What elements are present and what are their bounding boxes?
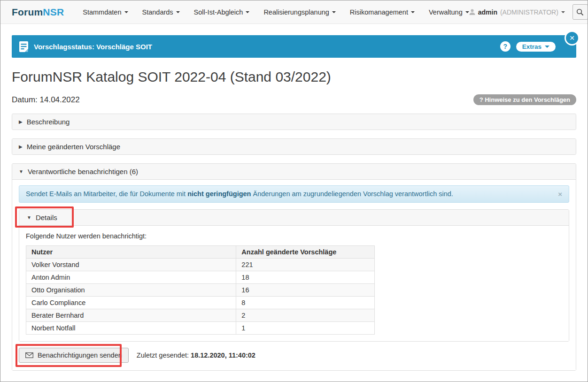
menu-label: Risikomanagement [350,8,408,16]
menu-item-soll-ist-abgleich[interactable]: Soll-Ist-Abgleich [194,8,250,16]
table-intro-text: Folgende Nutzer werden benachrichtigt: [26,232,562,240]
menu-item-risikomanagement[interactable]: Risikomanagement [350,8,415,16]
table-header-row: Nutzer Anzahl geänderte Vorschläge [26,246,375,259]
send-button-label: Benachrichtigungen senden [38,351,122,359]
details-panel-body: Folgende Nutzer werden benachrichtigt: N… [19,225,569,341]
table-row: Otto Organisation 16 [26,284,375,297]
search-button[interactable] [573,4,588,20]
panel-meine-vorschlaege-header[interactable]: ▶ Meine geänderten Vorschläge [12,139,576,154]
cell-count: 16 [236,284,375,297]
cell-count: 2 [236,309,375,322]
page-content: Vorschlagsstatus: Vorschläge SOIT ? Extr… [0,35,588,371]
extras-label: Extras [522,43,542,50]
column-header-anzahl: Anzahl geänderte Vorschläge [236,246,375,259]
menu-item-realisierungsplanung[interactable]: Realisierungsplanung [263,8,335,16]
last-sent-text: Zuletzt gesendet: 18.12.2020, 11:40:02 [137,351,255,359]
document-icon [19,41,28,52]
send-button-wrap: Benachrichtigungen senden [19,348,129,363]
caret-right-icon: ▶ [19,145,23,149]
logo-part-forum: Forum [12,7,43,17]
send-notifications-button[interactable]: Benachrichtigungen senden [19,348,129,363]
logo-part-nsr: NSR [43,7,64,17]
column-header-nutzer: Nutzer [26,246,236,259]
menu-label: Standards [142,8,173,16]
caret-down-icon [465,11,469,13]
cell-user: Berater Bernhard [26,309,236,322]
close-panel-button[interactable]: ✕ [565,31,580,46]
main-menu: Stammdaten Standards Soll-Ist-Abgleich R… [83,8,469,16]
search-icon [576,8,584,16]
menu-label: Stammdaten [83,8,121,16]
info-alert: Sendet E-Mails an Mitarbeiter, die für D… [19,185,569,203]
user-role: (ADMINISTRATOR) [500,8,558,16]
caret-down-icon [176,11,180,13]
last-sent-value: 18.12.2020, 11:40:02 [191,351,255,359]
panel-beschreibung: ▶ Beschreibung [12,114,576,130]
table-row: Carlo Compliance 8 [26,297,375,309]
caret-down-icon [332,11,336,13]
table-row: Berater Bernhard 2 [26,309,375,322]
panel-meine-vorschlaege: ▶ Meine geänderten Vorschläge [12,138,576,155]
details-panel: ▼ Details Folgende Nutzer werden benachr… [19,209,569,342]
menu-item-standards[interactable]: Standards [142,8,180,16]
table-row: Norbert Notfall 1 [26,322,375,335]
extras-dropdown-button[interactable]: Extras [516,42,556,52]
user-menu[interactable]: admin (ADMINISTRATOR) [469,8,565,16]
date-text: Datum: 14.04.2022 [12,95,80,105]
caret-down-icon [545,46,549,48]
cell-count: 221 [236,259,375,271]
details-panel-header[interactable]: ▼ Details [19,210,569,225]
username: admin [478,8,497,16]
cell-count: 1 [236,322,375,335]
status-header-bar: Vorschlagsstatus: Vorschläge SOIT ? Extr… [12,35,576,58]
caret-down-icon [561,11,565,13]
table-row: Anton Admin 18 [26,271,375,284]
help-button[interactable]: ? [500,41,511,52]
cell-user: Otto Organisation [26,284,236,297]
page-title: ForumNSR Katalog SOIT 2022-04 (Stand 03/… [12,69,576,85]
panel-beschreibung-label: Beschreibung [27,118,70,126]
menu-label: Verwaltung [429,8,463,16]
send-row: Benachrichtigungen senden Zuletzt gesend… [19,348,569,363]
app-window: ForumNSR Stammdaten Standards Soll-Ist-A… [0,0,588,382]
app-logo[interactable]: ForumNSR [12,7,64,18]
menu-label: Realisierungsplanung [263,8,329,16]
panel-beschreibung-header[interactable]: ▶ Beschreibung [12,114,576,130]
panel-verantwortliche: ▼ Verantwortliche benachrichtigen (6) Se… [12,163,576,371]
status-header-actions: ? Extras [500,41,556,52]
table-row: Volker Vorstand 221 [26,259,375,271]
menu-item-verwaltung[interactable]: Verwaltung [429,8,469,16]
caret-down-icon: ▼ [27,215,31,220]
cell-user: Volker Vorstand [26,259,236,271]
hints-badge[interactable]: ? Hinweise zu den Vorschlägen [473,94,576,105]
envelope-icon [25,352,33,358]
status-header-title: Vorschlagsstatus: Vorschläge SOIT [34,43,152,51]
panel-meine-vorschlaege-label: Meine geänderten Vorschläge [27,143,120,151]
top-navbar: ForumNSR Stammdaten Standards Soll-Ist-A… [0,0,588,24]
panel-verantwortliche-body: Sendet E-Mails an Mitarbeiter, die für D… [12,179,576,370]
caret-down-icon: ▼ [19,169,23,174]
caret-right-icon: ▶ [19,120,23,124]
cell-count: 18 [236,271,375,284]
subtitle-row: Datum: 14.04.2022 ? Hinweise zu den Vors… [12,94,576,105]
menu-label: Soll-Ist-Abgleich [194,8,243,16]
user-icon [469,9,475,15]
panel-verantwortliche-header[interactable]: ▼ Verantwortliche benachrichtigen (6) [12,164,576,179]
panel-verantwortliche-label: Verantwortliche benachrichtigen (6) [28,168,138,176]
alert-bold-text: nicht geringfügigen [187,190,251,198]
cell-user: Carlo Compliance [26,297,236,309]
topbar-right: admin (ADMINISTRATOR) [469,4,588,20]
caret-down-icon [411,11,415,13]
alert-text: Sendet E-Mails an Mitarbeiter, die für D… [26,190,453,198]
details-label: Details [36,214,57,222]
alert-close-icon[interactable]: × [552,190,562,198]
cell-user: Anton Admin [26,271,236,284]
caret-down-icon [124,11,128,13]
cell-user: Norbert Notfall [26,322,236,335]
menu-item-stammdaten[interactable]: Stammdaten [83,8,128,16]
cell-count: 8 [236,297,375,309]
caret-down-icon [246,11,249,13]
notified-users-table: Nutzer Anzahl geänderte Vorschläge Volke… [26,245,375,335]
